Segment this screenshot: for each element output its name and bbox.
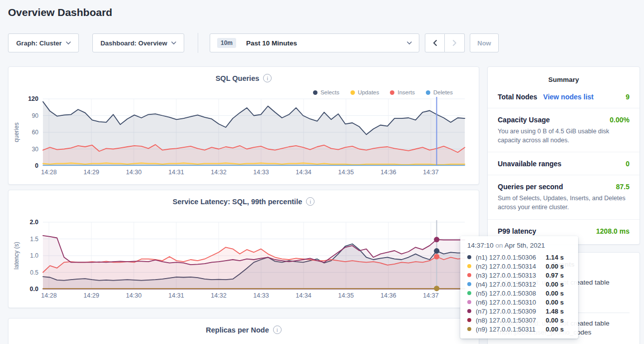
tooltip-time: 14:37:10 <box>467 242 494 249</box>
series-color-dot <box>467 291 471 295</box>
summary-title: Summary <box>488 67 640 85</box>
svg-text:14:29: 14:29 <box>83 292 99 299</box>
tooltip-node-value: 1.14 s <box>546 254 571 261</box>
capacity-label: Capacity Usage <box>498 116 550 124</box>
legend-label: Deletes <box>433 89 453 95</box>
tooltip-node-label: (n9) 127.0.0.1:50311 <box>476 326 546 333</box>
svg-text:0: 0 <box>35 162 38 169</box>
tooltip-row: (n4) 127.0.0.1:503120.00 s <box>467 280 571 289</box>
svg-text:14:28: 14:28 <box>41 292 56 299</box>
graph-dropdown-label: Graph: Cluster <box>16 39 61 47</box>
time-range-selector[interactable]: 10m Past 10 Minutes <box>210 33 419 52</box>
svg-text:14:32: 14:32 <box>211 169 226 176</box>
qps-value: 87.5 <box>616 183 630 191</box>
legend-dot <box>390 90 394 95</box>
legend-label: Inserts <box>397 89 415 95</box>
tooltip-node-label: (n4) 127.0.0.1:50312 <box>476 281 546 288</box>
svg-text:120: 120 <box>28 96 38 102</box>
tooltip-node-label: (n6) 127.0.0.1:50310 <box>476 299 546 306</box>
tooltip-node-value: 0.00 s <box>546 281 571 288</box>
svg-text:14:29: 14:29 <box>83 169 99 176</box>
tooltip-node-label: (n1) 127.0.0.1:50306 <box>476 254 546 261</box>
tooltip-row: (n7) 127.0.0.1:503091.48 s <box>467 307 571 316</box>
series-color-dot <box>467 255 471 259</box>
service-latency-card: Service Latency: SQL, 99th percentile i … <box>8 190 479 308</box>
series-color-dot <box>467 309 471 313</box>
sql-queries-card: SQL Queries i Selects Updates Inserts De… <box>8 66 479 185</box>
legend-item-selects[interactable]: Selects <box>313 89 339 95</box>
svg-text:14:35: 14:35 <box>338 292 353 299</box>
tooltip-node-label: (n3) 127.0.0.1:50313 <box>476 272 546 279</box>
p99-value: 1208.0 ms <box>596 227 630 235</box>
svg-text:30: 30 <box>32 146 39 153</box>
replicas-per-node-card: Replicas per Node i <box>8 318 479 344</box>
svg-text:1.5: 1.5 <box>30 236 38 243</box>
svg-text:14:37: 14:37 <box>423 292 438 299</box>
tooltip-row: (n9) 127.0.0.1:503110.00 s <box>467 325 571 334</box>
dashboard-dropdown-label: Dashboard: Overview <box>100 39 167 47</box>
sql-queries-title: SQL Queries <box>216 74 260 82</box>
legend-dot <box>313 90 318 95</box>
svg-text:14:34: 14:34 <box>296 169 311 176</box>
summary-row-unavailable-ranges: Unavailable ranges 0 <box>488 152 640 175</box>
series-color-dot <box>467 318 471 322</box>
sql-queries-legend: Selects Updates Inserts Deletes <box>313 89 453 95</box>
previous-time-button[interactable] <box>425 33 445 52</box>
tooltip-row: (n8) 127.0.0.1:503070.00 s <box>467 316 571 325</box>
info-icon[interactable]: i <box>263 74 272 82</box>
chevron-right-icon <box>452 39 457 46</box>
next-time-button[interactable] <box>445 33 465 52</box>
info-icon[interactable]: i <box>273 326 282 334</box>
tooltip-node-value: 0.97 s <box>546 272 571 279</box>
tooltip-node-label: (n7) 127.0.0.1:50309 <box>476 308 546 315</box>
replicas-title: Replicas per Node <box>206 326 269 334</box>
legend-dot <box>426 90 430 95</box>
chevron-down-icon <box>171 40 176 45</box>
tooltip-node-value: 0.00 s <box>546 263 571 270</box>
svg-text:1.0: 1.0 <box>30 252 38 259</box>
dashboard-dropdown[interactable]: Dashboard: Overview <box>92 33 184 52</box>
svg-text:14:35: 14:35 <box>338 169 353 176</box>
chevron-down-icon <box>66 40 71 45</box>
svg-text:0.0: 0.0 <box>30 286 38 293</box>
tooltip-row: (n5) 127.0.0.1:503080.00 s <box>467 289 571 298</box>
info-icon[interactable]: i <box>306 197 315 206</box>
chevron-left-icon <box>432 39 438 46</box>
svg-text:14:32: 14:32 <box>211 292 226 299</box>
tooltip-node-value: 0.00 s <box>546 317 571 324</box>
graph-dropdown[interactable]: Graph: Cluster <box>8 33 79 52</box>
tooltip-row: (n1) 127.0.0.1:503061.14 s <box>467 253 571 262</box>
tooltip-row: (n6) 127.0.0.1:503100.00 s <box>467 298 571 307</box>
legend-label: Selects <box>321 89 339 95</box>
svg-text:14:33: 14:33 <box>253 169 269 176</box>
summary-row-qps: Queries per second 87.5 Sum of Selects, … <box>488 175 640 219</box>
now-button[interactable]: Now <box>470 33 499 52</box>
sql-queries-chart[interactable]: 14:2814:2914:3014:3114:3214:3314:3414:35… <box>8 96 480 180</box>
tooltip-row: (n3) 127.0.0.1:503130.97 s <box>467 271 571 280</box>
legend-item-inserts[interactable]: Inserts <box>390 89 415 95</box>
tooltip-node-label: (n5) 127.0.0.1:50308 <box>476 290 546 297</box>
tooltip-node-label: (n8) 127.0.0.1:50307 <box>476 317 546 324</box>
view-nodes-list-link[interactable]: View nodes list <box>543 93 594 101</box>
series-color-dot <box>467 273 471 277</box>
service-latency-title-row: Service Latency: SQL, 99th percentile i <box>8 190 479 206</box>
svg-text:14:33: 14:33 <box>253 292 269 299</box>
service-latency-chart[interactable]: 14:2814:2914:3014:3114:3214:3314:3414:35… <box>8 219 480 303</box>
legend-label: Updates <box>358 89 379 95</box>
legend-item-deletes[interactable]: Deletes <box>426 89 453 95</box>
svg-text:14:30: 14:30 <box>126 169 141 176</box>
service-latency-title: Service Latency: SQL, 99th percentile <box>173 198 303 206</box>
tooltip-node-value: 0.00 s <box>546 290 571 297</box>
svg-text:14:34: 14:34 <box>296 292 311 299</box>
series-color-dot <box>467 264 471 268</box>
series-color-dot <box>467 327 471 331</box>
qps-desc: Sum of Selects, Updates, Inserts, and De… <box>498 194 630 212</box>
tooltip-timestamp: 14:37:10 on Apr 5th, 2021 <box>467 242 571 249</box>
total-nodes-value: 9 <box>626 93 630 101</box>
toolbar-divider <box>198 33 198 53</box>
summary-row-total-nodes: Total Nodes View nodes list 9 <box>488 85 640 108</box>
svg-text:14:36: 14:36 <box>380 169 396 176</box>
p99-label: P99 latency <box>498 227 536 235</box>
unavailable-ranges-value: 0 <box>626 160 630 168</box>
legend-item-updates[interactable]: Updates <box>350 89 379 95</box>
